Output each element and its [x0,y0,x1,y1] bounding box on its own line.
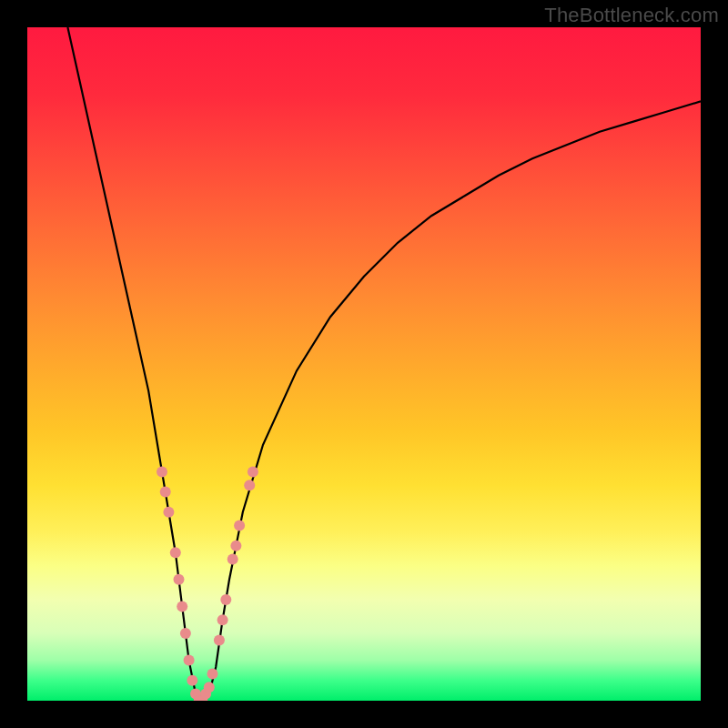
highlight-dot [157,466,167,477]
highlight-dot [230,541,241,551]
highlight-dot [174,574,185,585]
highlight-dot [187,675,197,686]
highlight-dot [160,487,171,498]
highlight-dot [228,554,238,565]
curve-line [67,27,701,701]
highlight-dot [170,547,181,558]
highlight-dot [163,507,174,518]
bottleneck-curve [67,27,701,701]
chart-frame: TheBottleneck.com [0,0,728,728]
highlight-dot [234,521,245,531]
highlight-dot [204,682,215,693]
highlight-dots [157,466,258,701]
highlight-dot [180,628,191,639]
highlight-dot [214,634,225,645]
highlight-dot [184,655,195,666]
highlight-dot [207,668,218,679]
highlight-dot [177,601,187,612]
highlight-dot [217,614,228,625]
plot-area [27,27,701,701]
chart-svg [27,27,701,701]
highlight-dot [248,466,258,477]
watermark-text: TheBottleneck.com [544,4,719,27]
highlight-dot [220,594,231,605]
highlight-dot [244,480,255,490]
